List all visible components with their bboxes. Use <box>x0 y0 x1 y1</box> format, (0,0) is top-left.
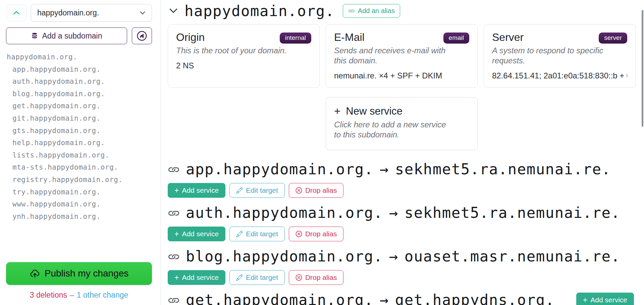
service-category-badge: email <box>443 33 469 44</box>
edit-target-button[interactable]: Edit target <box>229 183 285 198</box>
pencil-icon <box>236 187 243 194</box>
other-changes-link[interactable]: 1 other change <box>77 291 128 299</box>
alias-actions: + Add service Edit target Drop alias <box>168 183 644 198</box>
happydomain-logo-icon <box>136 30 148 42</box>
add-service-button[interactable]: + Add service <box>168 227 225 241</box>
service-card[interactable]: E-Mail email Sends and receives e-mail w… <box>326 24 478 88</box>
alias-list: app.happydomain.org. → sekhmet5.ra.nemun… <box>168 160 644 305</box>
plus-icon: + <box>174 274 179 282</box>
publish-changes-label: Publish my changes <box>45 268 129 279</box>
collapse-domain-button[interactable] <box>168 5 179 16</box>
subdomain-list-item[interactable]: happydomain.org. <box>7 51 161 63</box>
subdomain-list-item[interactable]: git.happydomain.org. <box>7 112 161 125</box>
alias-heading: get.happydomain.org. → get.happydns.org.… <box>168 290 644 305</box>
service-card-title: Server <box>492 31 524 44</box>
drop-alias-button[interactable]: Drop alias <box>289 227 344 241</box>
new-service-card[interactable]: + New service Click here to add a new se… <box>326 97 478 150</box>
subdomain-list-item[interactable]: registry.happydomain.org. <box>7 174 161 186</box>
changes-separator: – <box>70 291 74 299</box>
chevron-down-icon <box>139 9 146 16</box>
add-service-button[interactable]: + Add service <box>576 293 634 305</box>
new-service-description: Click here to add a new service to this … <box>334 120 469 140</box>
subdomain-list-item[interactable]: app.happydomain.org. <box>7 63 161 76</box>
subdomain-list-item[interactable]: lists.happydomain.org. <box>7 149 161 162</box>
edit-target-button[interactable]: Edit target <box>229 227 285 241</box>
drop-alias-label: Drop alias <box>305 273 337 282</box>
alias-heading: auth.happydomain.org. → sekhmet5.ra.nemu… <box>168 203 644 223</box>
subdomain-list-item[interactable]: ynh.happydomain.org. <box>7 210 161 223</box>
alias-heading: blog.happydomain.org. → ouaset.masr.nemu… <box>168 247 644 266</box>
alias-arrow: → <box>389 247 398 266</box>
vertical-scrollbar-thumb[interactable] <box>642 10 643 127</box>
subdomain-list-item[interactable]: mta-sts.happydomain.org. <box>7 161 161 174</box>
drop-alias-label: Drop alias <box>305 186 337 194</box>
alias-target-domain: ouaset.masr.nemunai.re. <box>405 247 621 266</box>
subdomain-list-item[interactable]: auth.happydomain.org. <box>7 75 161 88</box>
subdomain-list-item[interactable]: help.happydomain.org. <box>7 137 161 149</box>
edit-target-label: Edit target <box>246 273 278 282</box>
database-icon <box>31 32 38 40</box>
alias-section: auth.happydomain.org. → sekhmet5.ra.nemu… <box>168 203 644 241</box>
page-title: happydomain.org. <box>184 2 335 19</box>
new-service-title: New service <box>346 105 402 117</box>
add-subdomain-button[interactable]: Add a subdomain <box>6 27 127 44</box>
link-icon <box>168 294 180 305</box>
subdomain-list-item[interactable]: www.happydomain.org. <box>7 198 161 210</box>
domain-main-panel: happydomain.org. Add an alias Origin int… <box>161 0 644 305</box>
link-icon <box>168 250 180 262</box>
add-alias-label: Add an alias <box>358 7 395 15</box>
plus-icon: + <box>174 230 179 238</box>
add-service-button[interactable]: + Add service <box>168 183 225 198</box>
pending-changes-summary: 3 deletions–1 other change <box>6 291 152 300</box>
service-card-description: This is the root of your domain. <box>176 46 311 56</box>
service-card[interactable]: Origin internal This is the root of your… <box>168 24 320 88</box>
plus-icon: + <box>174 187 179 194</box>
service-card[interactable]: Server server A system to respond to spe… <box>484 24 636 88</box>
service-card-title: E-Mail <box>334 31 365 44</box>
chevron-up-icon <box>12 8 21 17</box>
link-icon <box>168 163 180 175</box>
collapse-sidebar-button[interactable] <box>6 4 27 21</box>
pencil-icon <box>236 274 243 281</box>
service-category-badge: server <box>599 33 627 44</box>
subdomain-list-item[interactable]: blog.happydomain.org. <box>7 88 161 100</box>
subdomain-list-item[interactable]: try.happydomain.org. <box>7 186 161 198</box>
service-card-description: A system to respond to specific requests… <box>492 46 627 66</box>
service-card-title: Origin <box>176 31 205 44</box>
service-card-description: Sends and receives e-mail with this doma… <box>334 46 469 66</box>
add-alias-button[interactable]: Add an alias <box>343 4 400 18</box>
chevron-down-icon <box>168 5 179 16</box>
new-service-row: + New service Click here to add a new se… <box>168 97 636 150</box>
alias-arrow: → <box>389 203 398 223</box>
drop-alias-button[interactable]: Drop alias <box>289 270 344 285</box>
alias-actions: + Add service Edit target Drop alias <box>168 227 644 241</box>
alias-actions: + Add service Edit target Drop alias <box>168 270 644 285</box>
alias-target-domain: sekhmet5.ra.nemunai.re. <box>405 203 621 223</box>
domain-select[interactable]: happydomain.org. <box>31 4 152 21</box>
alias-arrow: → <box>380 160 389 179</box>
plus-icon: + <box>334 105 340 118</box>
domain-select-value: happydomain.org. <box>37 8 99 17</box>
drop-alias-label: Drop alias <box>305 230 337 238</box>
alias-arrow: → <box>380 290 389 305</box>
edit-target-button[interactable]: Edit target <box>229 270 285 285</box>
sidebar: happydomain.org. Add a subdomain happydo… <box>0 0 161 305</box>
alias-source-domain: blog.happydomain.org. <box>186 247 383 266</box>
add-service-label: Add service <box>182 273 219 282</box>
add-service-label: Add service <box>590 296 627 304</box>
add-subdomain-label: Add a subdomain <box>42 32 102 41</box>
drop-alias-button[interactable]: Drop alias <box>289 183 344 198</box>
add-service-label: Add service <box>182 186 219 194</box>
subdomain-list-item[interactable]: get.happydomain.org. <box>7 100 161 112</box>
service-category-badge: internal <box>280 33 311 44</box>
add-service-button[interactable]: + Add service <box>168 270 225 285</box>
link-icon <box>168 207 180 219</box>
service-card-value: nemunai.re. ×4 + SPF + DKIM <box>334 71 469 80</box>
publish-changes-button[interactable]: Publish my changes <box>6 262 152 285</box>
happydomain-logo-button[interactable] <box>132 27 152 44</box>
alias-heading: app.happydomain.org. → sekhmet5.ra.nemun… <box>168 160 644 179</box>
x-circle-icon <box>296 231 302 237</box>
alias-source-domain: auth.happydomain.org. <box>186 203 383 223</box>
subdomain-list-item[interactable]: gts.happydomain.org. <box>7 125 161 137</box>
alias-source-domain: app.happydomain.org. <box>186 160 374 179</box>
